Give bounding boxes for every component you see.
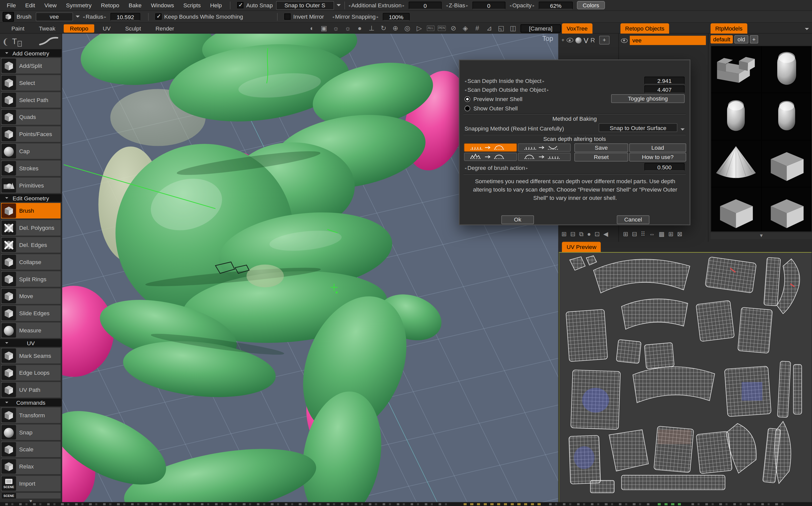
depth-tool-raise-icon[interactable]: [464, 143, 517, 152]
model-thumb-cone[interactable]: [711, 140, 761, 187]
chevron-down-icon[interactable]: [336, 4, 341, 8]
model-thumb-cube[interactable]: [761, 187, 811, 232]
menu-windows[interactable]: Windows: [146, 2, 179, 8]
split-view-icon[interactable]: ◫: [508, 23, 517, 33]
tool-add-split[interactable]: Add/Split: [1, 58, 61, 74]
droplet-icon[interactable]: ●: [355, 23, 364, 33]
degree-input[interactable]: 0.500: [644, 163, 685, 171]
save-button[interactable]: Save: [574, 143, 628, 152]
colors-button[interactable]: Colors: [577, 1, 605, 9]
background-image-icon[interactable]: ▣: [320, 23, 328, 33]
edit-light-icon[interactable]: ☼: [343, 23, 352, 33]
add-small-icon[interactable]: +: [561, 37, 564, 43]
tab-sculpt[interactable]: Sculpt: [119, 24, 147, 32]
tool-select-path[interactable]: Select Path: [1, 92, 61, 108]
contrast-icon[interactable]: ◐: [308, 23, 316, 33]
eye-icon[interactable]: [621, 38, 628, 43]
show-outer-shell-row[interactable]: Show Outer Shell: [465, 104, 685, 112]
keep-bounds-checkbox[interactable]: Keep Bounds While Smoothing: [155, 13, 243, 20]
snapping-method-select[interactable]: Snap to Outer Surface: [599, 123, 677, 132]
uv-preview-canvas[interactable]: [559, 252, 812, 502]
menu-file[interactable]: File: [2, 2, 20, 8]
tab-uv[interactable]: UV: [96, 24, 117, 32]
select-all-icon[interactable]: ALL: [427, 25, 434, 31]
toggle-ghosting-button[interactable]: Toggle ghosting: [611, 94, 685, 103]
pivot-icon[interactable]: ⊥: [367, 23, 376, 33]
opacity-input[interactable]: 62%: [539, 1, 573, 9]
tool-import[interactable]: Import: [1, 475, 61, 492]
add-layer-button[interactable]: +: [599, 36, 610, 45]
panel-menu-arrow[interactable]: [805, 28, 809, 32]
tool-del-edges[interactable]: Del. Edges: [1, 237, 61, 253]
tab-rtpmodels[interactable]: RtpModels: [711, 23, 747, 33]
merge-layer-icon[interactable]: ⊡: [594, 230, 600, 238]
tool-cap[interactable]: Cap: [1, 143, 61, 160]
z-bias-input[interactable]: 0: [472, 1, 505, 9]
zoom-view-icon[interactable]: ◎: [403, 23, 412, 33]
invert-mirror-checkbox[interactable]: Invert Mirror: [285, 13, 324, 20]
collapse-left-icon[interactable]: ◀: [603, 230, 608, 238]
radio-preview-inner-shell[interactable]: [465, 96, 470, 102]
tool-uv-path[interactable]: UV Path: [1, 382, 61, 398]
model-thumb-cube[interactable]: [711, 187, 761, 232]
rtpmodels-scroll-down[interactable]: ▼: [711, 232, 812, 239]
checker-window-icon[interactable]: ⊞: [668, 230, 674, 238]
menu-help[interactable]: Help: [206, 2, 226, 8]
radio-show-outer-shell[interactable]: [465, 105, 470, 111]
duplicate-layer-icon[interactable]: ⧉: [579, 230, 584, 238]
tab-paint[interactable]: Paint: [5, 24, 31, 32]
model-thumb-cube[interactable]: [761, 140, 811, 187]
sphere-icon[interactable]: [575, 37, 582, 44]
tool-relax[interactable]: Relax: [1, 458, 61, 475]
tool-mark-seams[interactable]: Mark Seams: [1, 347, 61, 364]
menu-scripts[interactable]: Scripts: [179, 2, 206, 8]
checker-icon[interactable]: ▩: [659, 230, 664, 238]
tool-collapse[interactable]: Collapse: [1, 254, 61, 270]
rtpmodels-tab-old[interactable]: old: [734, 35, 748, 44]
light-icon[interactable]: ☼: [331, 23, 340, 33]
tab-render[interactable]: Render: [149, 24, 180, 32]
auto-snap-checkbox[interactable]: Auto Snap: [237, 2, 272, 8]
depth-tool-flatten-icon[interactable]: [518, 153, 571, 161]
new-object-icon[interactable]: ⊞: [623, 230, 628, 238]
axis-icon[interactable]: ⊿: [485, 23, 494, 33]
new-layer-icon[interactable]: ⊞: [561, 230, 567, 238]
eye-icon[interactable]: [566, 38, 573, 43]
model-thumb-capsule[interactable]: [761, 46, 811, 93]
menu-view[interactable]: View: [40, 2, 62, 8]
render-mode-label[interactable]: R: [590, 36, 595, 44]
chevron-down-icon[interactable]: [680, 128, 684, 132]
grid-icon[interactable]: #: [473, 23, 482, 33]
tool-snap[interactable]: Snap: [1, 424, 61, 441]
cancel-button[interactable]: Cancel: [617, 216, 649, 224]
text-tool-icon[interactable]: T◦: [12, 37, 22, 46]
tool-scale[interactable]: Scale: [1, 441, 61, 457]
sphere-icon[interactable]: ●: [587, 230, 591, 238]
model-thumb-u-block[interactable]: [711, 46, 761, 93]
menu-symmetry[interactable]: Symmetry: [61, 2, 96, 8]
tab-tweak[interactable]: Tweak: [33, 24, 62, 32]
scan-depth-outside-input[interactable]: 4.407: [644, 85, 685, 93]
mirror-snapping-input[interactable]: 100%: [383, 13, 410, 20]
rtpmodels-add-button[interactable]: +: [750, 35, 758, 44]
disable-icon[interactable]: ⊘: [449, 23, 458, 33]
tool-del-polygons[interactable]: Del. Polygons: [1, 220, 61, 236]
bracket-tool-icon[interactable]: ❨: [2, 36, 9, 47]
tab-uv-preview[interactable]: UV Preview: [562, 242, 601, 252]
tool-measure[interactable]: Measure: [1, 322, 61, 339]
section-header-commands[interactable]: Commands: [0, 399, 62, 407]
model-thumb-capsule[interactable]: [711, 93, 761, 140]
tool-edge-loops[interactable]: Edge Loops: [1, 364, 61, 381]
brush-preset-select[interactable]: vee: [35, 12, 73, 21]
tool-slide-edges[interactable]: Slide Edges: [1, 305, 61, 322]
menu-edit[interactable]: Edit: [21, 2, 40, 8]
tab-retopo-objects[interactable]: Retopo Objects: [621, 23, 669, 33]
tool-brush[interactable]: Brush: [1, 202, 61, 219]
section-header-uv[interactable]: UV: [0, 339, 62, 347]
rotate-view-icon[interactable]: ↻: [379, 23, 388, 33]
tool-split-rings[interactable]: Split Rings: [1, 271, 61, 287]
rtpmodels-tab-default[interactable]: default: [711, 35, 733, 44]
delete-object-icon[interactable]: ⊟: [632, 230, 637, 238]
voxel-mode-label[interactable]: V: [584, 36, 588, 45]
scan-depth-inside-input[interactable]: 2.941: [644, 77, 685, 84]
